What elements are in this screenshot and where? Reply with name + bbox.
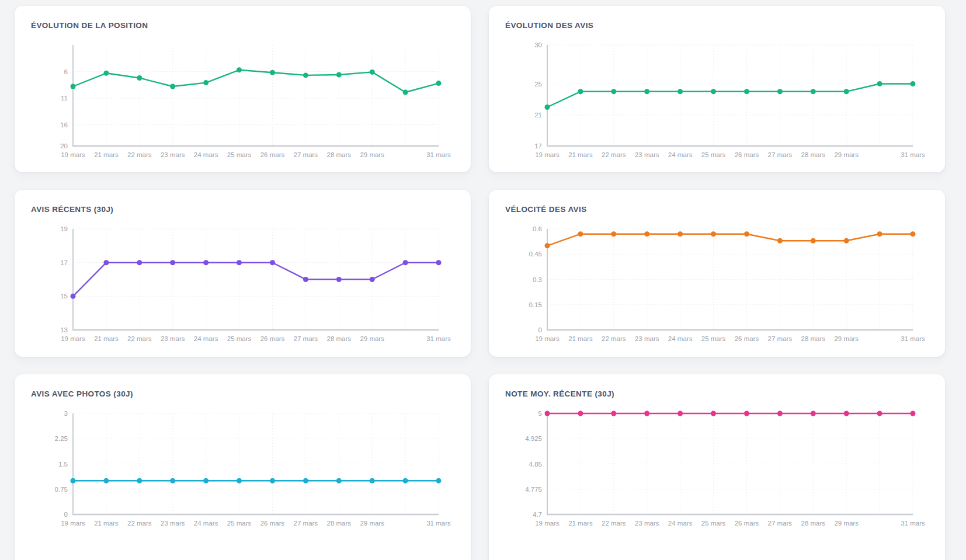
svg-text:29 mars: 29 mars [360,335,384,342]
position-line-chart[interactable]: 611162019 mars21 mars22 mars23 mars24 ma… [31,39,457,165]
velocity-line-chart[interactable]: 0.60.450.30.15019 mars21 mars22 mars23 m… [505,223,931,349]
svg-text:22 mars: 22 mars [602,151,626,158]
svg-text:22 mars: 22 mars [602,335,626,342]
svg-text:22 mars: 22 mars [127,151,152,158]
svg-text:31 mars: 31 mars [426,520,451,527]
svg-text:29 mars: 29 mars [360,151,384,158]
svg-text:24 mars: 24 mars [668,335,693,342]
svg-text:31 mars: 31 mars [426,335,451,342]
svg-text:26 mars: 26 mars [260,151,285,158]
svg-text:19 mars: 19 mars [535,335,560,342]
photo-reviews-line-chart[interactable]: 32.251.50.75019 mars21 mars22 mars23 mar… [31,408,457,533]
svg-text:28 mars: 28 mars [326,151,351,158]
svg-text:27 mars: 27 mars [768,335,793,342]
svg-text:4.85: 4.85 [529,461,542,468]
svg-text:26 mars: 26 mars [260,335,285,342]
svg-text:0.15: 0.15 [529,301,542,308]
svg-text:11: 11 [61,95,68,102]
svg-text:21 mars: 21 mars [568,151,593,158]
card-avis-photos: AVIS AVEC PHOTOS (30J) 32.251.50.75019 m… [15,374,471,560]
svg-text:16: 16 [60,121,68,128]
svg-text:19: 19 [60,225,68,232]
line-chart-svg: 1917151319 mars21 mars22 mars23 mars24 m… [31,223,456,349]
svg-text:6: 6 [64,68,68,75]
svg-text:5: 5 [538,410,542,417]
svg-text:23 mars: 23 mars [161,151,185,158]
svg-text:26 mars: 26 mars [260,520,285,527]
line-chart-svg: 54.9254.854.7754.719 mars21 mars22 mars2… [505,408,930,533]
svg-text:24 mars: 24 mars [194,151,218,158]
line-chart-svg: 611162019 mars21 mars22 mars23 mars24 ma… [31,39,456,165]
svg-text:0.45: 0.45 [529,251,542,258]
card-note-moyenne: NOTE MOY. RÉCENTE (30J) 54.9254.854.7754… [489,374,945,560]
svg-text:21 mars: 21 mars [94,520,119,527]
svg-text:21 mars: 21 mars [568,335,593,342]
svg-text:21 mars: 21 mars [94,151,119,158]
svg-text:25 mars: 25 mars [701,151,726,158]
svg-text:4.925: 4.925 [525,435,542,442]
svg-text:26 mars: 26 mars [735,520,759,527]
svg-text:20: 20 [60,142,68,149]
svg-text:26 mars: 26 mars [735,335,759,342]
svg-text:25 mars: 25 mars [227,520,252,527]
dashboard-grid: ÉVOLUTION DE LA POSITION 611162019 mars2… [0,0,966,560]
svg-text:27 mars: 27 mars [294,151,318,158]
svg-text:19 mars: 19 mars [535,151,560,158]
svg-text:17: 17 [60,259,68,266]
svg-text:22 mars: 22 mars [127,335,152,342]
svg-text:0.3: 0.3 [533,276,542,283]
card-avis-recents: AVIS RÉCENTS (30J) 1917151319 mars21 mar… [15,190,471,357]
svg-text:27 mars: 27 mars [768,151,793,158]
svg-text:29 mars: 29 mars [834,151,859,158]
svg-text:4.7: 4.7 [533,511,542,518]
card-evolution-avis: ÉVOLUTION DES AVIS 3025211719 mars21 mar… [489,6,945,172]
chart-title-velocite-avis: VÉLOCITÉ DES AVIS [505,205,931,214]
svg-text:27 mars: 27 mars [294,520,318,527]
chart-title-avis-recents: AVIS RÉCENTS (30J) [31,205,457,214]
chart-title-evolution-position: ÉVOLUTION DE LA POSITION [31,21,457,30]
svg-text:31 mars: 31 mars [901,151,925,158]
svg-text:3: 3 [64,410,68,417]
chart-title-avis-photos: AVIS AVEC PHOTOS (30J) [31,389,457,398]
line-chart-svg: 32.251.50.75019 mars21 mars22 mars23 mar… [31,408,456,533]
recent-reviews-line-chart[interactable]: 1917151319 mars21 mars22 mars23 mars24 m… [31,223,457,349]
svg-text:25 mars: 25 mars [701,520,726,527]
svg-text:28 mars: 28 mars [801,335,825,342]
svg-text:24 mars: 24 mars [668,520,693,527]
svg-text:28 mars: 28 mars [326,335,351,342]
svg-text:19 mars: 19 mars [61,151,85,158]
svg-text:24 mars: 24 mars [668,151,693,158]
svg-text:0.6: 0.6 [533,225,542,232]
svg-text:29 mars: 29 mars [360,520,384,527]
svg-text:1.5: 1.5 [58,461,68,468]
svg-text:4.775: 4.775 [525,486,542,493]
svg-text:23 mars: 23 mars [635,151,659,158]
svg-text:25: 25 [534,81,542,88]
card-velocite-avis: VÉLOCITÉ DES AVIS 0.60.450.30.15019 mars… [489,190,945,357]
svg-text:25 mars: 25 mars [701,335,726,342]
svg-text:23 mars: 23 mars [635,520,659,527]
svg-text:25 mars: 25 mars [227,151,252,158]
svg-text:15: 15 [60,293,68,300]
svg-text:17: 17 [534,142,542,149]
svg-text:19 mars: 19 mars [535,520,560,527]
svg-text:23 mars: 23 mars [635,335,659,342]
svg-text:28 mars: 28 mars [801,151,825,158]
svg-text:0: 0 [64,511,68,518]
svg-text:26 mars: 26 mars [735,151,759,158]
svg-text:22 mars: 22 mars [127,520,152,527]
svg-text:31 mars: 31 mars [901,335,925,342]
svg-text:28 mars: 28 mars [326,520,351,527]
svg-text:21 mars: 21 mars [94,335,119,342]
reviews-line-chart[interactable]: 3025211719 mars21 mars22 mars23 mars24 m… [505,39,931,165]
line-chart-svg: 0.60.450.30.15019 mars21 mars22 mars23 m… [505,223,930,349]
svg-text:24 mars: 24 mars [194,335,218,342]
svg-text:19 mars: 19 mars [61,335,85,342]
card-evolution-position: ÉVOLUTION DE LA POSITION 611162019 mars2… [15,6,471,172]
svg-text:23 mars: 23 mars [161,520,185,527]
svg-text:13: 13 [60,326,68,333]
average-rating-line-chart[interactable]: 54.9254.854.7754.719 mars21 mars22 mars2… [505,408,931,533]
chart-title-evolution-avis: ÉVOLUTION DES AVIS [505,21,931,30]
svg-text:25 mars: 25 mars [227,335,252,342]
line-chart-svg: 3025211719 mars21 mars22 mars23 mars24 m… [505,39,930,165]
